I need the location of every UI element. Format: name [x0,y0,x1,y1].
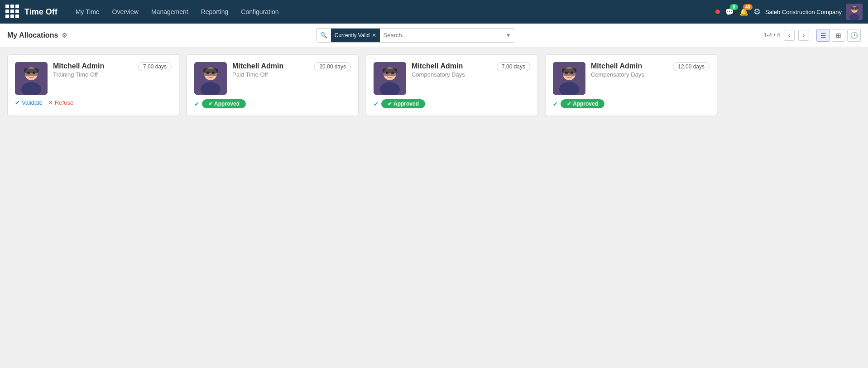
svg-rect-13 [25,73,38,76]
search-icon: 🔍 [317,32,331,39]
card-name-3: Mitchell Admin [412,62,491,70]
svg-rect-27 [384,73,396,76]
card-avatar-2 [194,62,227,95]
menu-management[interactable]: Management [146,5,194,18]
company-name: Saleh Construction Company [765,9,842,15]
page-settings-icon[interactable]: ⚙ [62,32,67,39]
clock-view-button[interactable]: 🕐 [847,29,861,42]
settings-icon[interactable]: ⚙ [753,7,761,17]
card-header-1: Mitchell Admin Training Time Off 7.00 da… [15,62,172,95]
status-approved-badge-2: ✔ Approved [202,99,246,108]
svg-rect-6 [851,9,858,10]
card-type-1: Training Time Off [53,71,133,78]
menu-reporting[interactable]: Reporting [196,5,234,18]
svg-rect-26 [383,68,397,73]
card-avatar-4 [553,62,585,95]
pagination-area: 1-4 / 4 ‹ › ☰ ⊞ 🕐 [763,29,861,42]
approved-label-3: Approved [393,101,419,107]
card-actions-1: ✔ Validate ✕ Refuse [15,99,172,106]
app-name: Time Off [24,7,58,17]
card-days-1: 7.00 days [138,62,172,71]
card-type-3: Compensatory Days [412,71,491,78]
card-header-2: Mitchell Admin Paid Time Off 20.00 days [194,62,351,95]
card-status-3: ✔ ✔ Approved [374,99,530,108]
svg-rect-5 [851,7,858,9]
card-name-1: Mitchell Admin [53,62,133,70]
card-info-1: Mitchell Admin Training Time Off [53,62,133,78]
card-header-4: Mitchell Admin Compensatory Days 12.00 d… [553,62,710,95]
messages-badge[interactable]: 💬 6 [724,7,734,17]
card-days-2: 20.00 days [314,62,351,71]
allocation-card-4: Mitchell Admin Compensatory Days 12.00 d… [545,54,717,116]
card-avatar-3 [374,62,406,95]
approved-label-4: Approved [573,101,598,107]
menu-my-time[interactable]: My Time [70,5,105,18]
filter-tag-currently-valid: Currently Valid ✕ [331,29,380,42]
validate-button-1[interactable]: ✔ Validate [15,99,43,106]
approved-check-icon-4: ✔ [567,101,571,107]
approved-label-2: Approved [214,101,240,107]
pagination-prev-button[interactable]: ‹ [784,30,795,41]
approved-check-icon-2: ✔ [208,101,212,107]
allocation-card-1: Mitchell Admin Training Time Off 7.00 da… [7,54,179,116]
top-navigation: Time Off My Time Overview Management Rep… [0,0,868,24]
approved-check-icon-3: ✔ [388,101,392,107]
online-indicator [715,10,720,14]
status-check-icon-3: ✔ [374,101,379,107]
subheader: My Allocations ⚙ 🔍 Currently Valid ✕ ▼ 1… [0,24,868,47]
search-dropdown-icon[interactable]: ▼ [502,32,515,39]
card-days-4: 12.00 days [673,62,710,71]
card-type-2: Paid Time Off [232,71,309,78]
card-status-2: ✔ ✔ Approved [194,99,351,108]
search-bar[interactable]: 🔍 Currently Valid ✕ ▼ [316,28,515,43]
pagination-text: 1-4 / 4 [763,32,780,39]
allocation-card-2: Mitchell Admin Paid Time Off 20.00 days … [187,54,359,116]
page-title-area: My Allocations ⚙ [7,31,67,39]
user-avatar[interactable] [846,4,863,20]
main-content: Mitchell Admin Training Time Off 7.00 da… [0,47,868,123]
card-info-2: Mitchell Admin Paid Time Off [232,62,309,78]
card-type-4: Compensatory Days [591,71,667,78]
card-name-2: Mitchell Admin [232,62,309,70]
card-name-4: Mitchell Admin [591,62,667,70]
activities-count: 46 [743,4,753,10]
card-info-4: Mitchell Admin Compensatory Days [591,62,667,78]
status-approved-badge-3: ✔ Approved [381,99,425,108]
pagination-next-button[interactable]: › [798,30,809,41]
card-header-3: Mitchell Admin Compensatory Days 7.00 da… [374,62,530,95]
view-toggle-buttons: ☰ ⊞ 🕐 [816,29,861,42]
topnav-right-area: 💬 6 🔔 46 ⚙ Saleh Construction Company [715,4,863,20]
apps-grid-icon[interactable] [5,5,20,19]
svg-rect-12 [24,68,38,73]
card-info-3: Mitchell Admin Compensatory Days [412,62,491,78]
filter-remove-icon[interactable]: ✕ [372,32,376,39]
menu-configuration[interactable]: Configuration [235,5,284,18]
kanban-view-button[interactable]: ⊞ [832,29,845,42]
svg-rect-20 [204,73,217,76]
svg-rect-34 [563,73,575,76]
card-status-4: ✔ ✔ Approved [553,99,710,108]
list-view-button[interactable]: ☰ [816,29,830,42]
page-title: My Allocations [7,31,58,39]
card-days-3: 7.00 days [497,62,530,71]
refuse-button-1[interactable]: ✕ Refuse [48,99,73,106]
top-menu: My Time Overview Management Reporting Co… [70,5,715,18]
status-approved-badge-4: ✔ Approved [561,99,604,108]
svg-rect-19 [203,68,218,73]
svg-rect-33 [562,68,576,73]
status-check-icon-2: ✔ [194,101,199,107]
allocation-card-3: Mitchell Admin Compensatory Days 7.00 da… [366,54,538,116]
status-check-icon-4: ✔ [553,101,558,107]
refuse-x-icon: ✕ [48,99,53,106]
menu-overview[interactable]: Overview [107,5,144,18]
search-input[interactable] [380,32,502,39]
search-area: 🔍 Currently Valid ✕ ▼ [73,28,758,43]
messages-count: 6 [730,4,738,10]
validate-check-icon: ✔ [15,99,20,106]
card-avatar-1 [15,62,48,95]
activities-badge[interactable]: 🔔 46 [739,7,749,17]
filter-tag-label: Currently Valid [335,32,370,39]
